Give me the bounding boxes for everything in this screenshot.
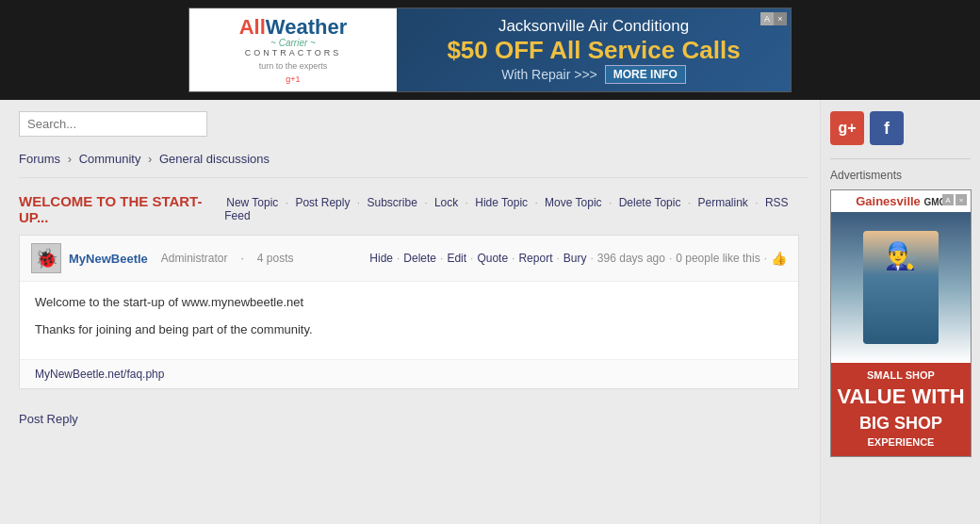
banner-logo-sub: CONTRACTORS	[245, 48, 341, 57]
breadcrumb-community[interactable]: Community	[79, 152, 141, 166]
sidebar-ad-text-line2: VALUE WITH	[837, 383, 965, 412]
post-body: Welcome to the start-up of www.mynewbeet…	[20, 282, 798, 359]
sidebar-ad-header: Gainesville GMC A ×	[831, 190, 971, 212]
banner-ad: AllWeather ~ Carrier ~ CONTRACTORS turn …	[188, 8, 792, 92]
banner-logo: AllWeather	[239, 17, 348, 38]
topic-actions: New Topic · Post Reply · Subscribe · Loc…	[224, 196, 799, 222]
avatar: 🐞	[31, 243, 61, 273]
sidebar-ad-close-buttons: A ×	[942, 194, 967, 205]
top-banner-area: AllWeather ~ Carrier ~ CONTRACTORS turn …	[0, 0, 980, 100]
move-topic-link[interactable]: Move Topic	[545, 196, 601, 209]
sidebar-ad-person: 👨‍🔧	[863, 231, 939, 344]
sidebar-ad-text-line1: SMALL SHOP	[837, 368, 965, 383]
sidebar-ad-close-btn-1[interactable]: A	[942, 194, 954, 205]
author-posts: ·	[241, 252, 244, 265]
post-time: 396 days ago	[597, 252, 665, 265]
delete-topic-link[interactable]: Delete Topic	[619, 196, 681, 209]
sidebar: g+ f Advertisments Gainesville GMC A × 👨…	[820, 100, 980, 524]
breadcrumb-sep-2: ›	[148, 152, 152, 166]
content-area: Forums › Community › General discussions…	[0, 100, 820, 524]
post-reply-footer: Post Reply	[19, 404, 808, 434]
breadcrumb: Forums › Community › General discussions	[19, 148, 808, 178]
search-bar-container	[19, 111, 808, 137]
banner-offer-area: Jacksonville Air Conditiong $50 OFF All …	[397, 9, 791, 91]
new-topic-link[interactable]: New Topic	[226, 196, 278, 209]
post-reply-link-top[interactable]: Post Reply	[295, 196, 350, 209]
author-name-link[interactable]: MyNewBeetle	[69, 252, 148, 266]
breadcrumb-general[interactable]: General discussions	[159, 152, 270, 166]
main-wrapper: Forums › Community › General discussions…	[0, 100, 980, 524]
quote-post-link[interactable]: Quote	[477, 252, 508, 265]
topic-title: WELCOME TO THE START-UP...	[19, 193, 224, 225]
hide-topic-link[interactable]: Hide Topic	[475, 196, 528, 209]
post-header: 🐞 MyNewBeetle Administrator · 4 posts Hi…	[20, 236, 798, 282]
report-post-link[interactable]: Report	[518, 252, 552, 265]
post-reply-footer-link[interactable]: Post Reply	[19, 412, 78, 426]
banner-offer: $50 OFF All Service Calls	[447, 36, 740, 65]
edit-post-link[interactable]: Edit	[447, 252, 466, 265]
banner-sub: With Repair >>> MORE INFO	[501, 65, 686, 84]
delete-post-link[interactable]: Delete	[403, 252, 436, 265]
advertisments-label: Advertisments	[830, 169, 971, 182]
sidebar-ad-text-line3: BIG SHOP	[837, 412, 965, 435]
banner-more-button[interactable]: MORE INFO	[605, 65, 686, 84]
author-role: Administrator	[161, 252, 228, 265]
post-likes: 0 people like this	[676, 252, 760, 265]
sidebar-ad-close-btn-2[interactable]: ×	[956, 194, 967, 205]
breadcrumb-forums[interactable]: Forums	[19, 152, 60, 166]
post-link-area: MyNewBeetle.net/faq.php	[20, 359, 798, 388]
sidebar-divider	[830, 158, 971, 159]
banner-adx-button[interactable]: A	[760, 12, 774, 25]
author-post-count: 4 posts	[257, 252, 294, 265]
permalink-link[interactable]: Permalink	[697, 196, 747, 209]
banner-close-button[interactable]: ×	[774, 12, 787, 25]
subscribe-link[interactable]: Subscribe	[367, 196, 416, 209]
facebook-button[interactable]: f	[870, 111, 904, 145]
hide-post-link[interactable]: Hide	[369, 252, 393, 265]
post-meta-right: Hide · Delete · Edit · Quote · Report · …	[369, 251, 787, 266]
post-body-line1: Welcome to the start-up of www.mynewbeet…	[35, 293, 783, 313]
social-icons: g+ f	[830, 111, 971, 145]
search-input[interactable]	[19, 111, 207, 137]
banner-logo-area: AllWeather ~ Carrier ~ CONTRACTORS turn …	[189, 8, 397, 91]
like-button[interactable]: 👍	[771, 251, 787, 266]
post-body-line2: Thanks for joining and being part of the…	[35, 320, 783, 340]
sidebar-ad-text-line4: EXPERIENCE	[837, 435, 965, 450]
banner-tagline: turn to the experts	[259, 61, 328, 71]
sidebar-ad-text: SMALL SHOP VALUE WITH BIG SHOP EXPERIENC…	[831, 363, 971, 456]
bury-post-link[interactable]: Bury	[564, 252, 587, 265]
lock-link[interactable]: Lock	[434, 196, 458, 209]
sidebar-ad: Gainesville GMC A × 👨‍🔧 SMALL SHOP VALUE…	[830, 189, 972, 457]
topic-header: WELCOME TO THE START-UP... New Topic · P…	[19, 193, 808, 225]
google-plus-button[interactable]: g+	[830, 111, 864, 145]
post-faq-link[interactable]: MyNewBeetle.net/faq.php	[35, 368, 164, 381]
banner-title: Jacksonville Air Conditiong	[498, 17, 689, 36]
sidebar-ad-image: 👨‍🔧	[831, 212, 971, 363]
breadcrumb-sep-1: ›	[68, 152, 72, 166]
post-container: 🐞 MyNewBeetle Administrator · 4 posts Hi…	[19, 235, 799, 389]
post-author: 🐞 MyNewBeetle Administrator · 4 posts	[31, 243, 294, 273]
sidebar-ad-logo: Gainesville GMC	[856, 194, 946, 208]
